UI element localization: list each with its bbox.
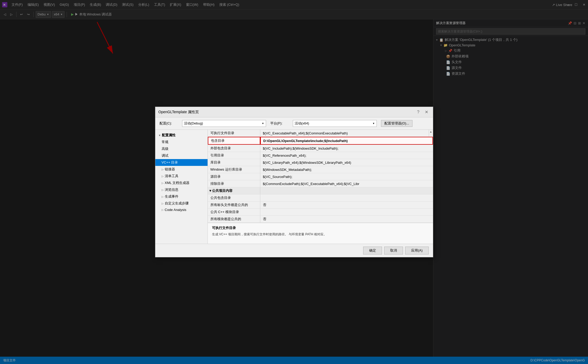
platform-label: 平台(P): (270, 121, 289, 126)
dialog-overlay: OpenGLTemplate 属性页 ? ✕ 配置(C): 活动(Debug) … (0, 0, 588, 364)
props-value-cpp-module-dir (260, 209, 433, 215)
dialog-close-button[interactable]: ✕ (423, 109, 430, 115)
config-manager-button[interactable]: 配置管理器(O)... (381, 120, 413, 127)
props-row-all-headers-public: 所有标头文件都是公共的 否 (208, 202, 433, 209)
props-value-all-modules-public: 否 (260, 216, 433, 222)
debug-label: 调试 (162, 153, 168, 158)
props-value-pub-include (260, 194, 433, 201)
expand-arrow: ▷ (162, 195, 164, 198)
props-row-ref-dir: 引用目录 $(VC_ReferencesPath_x64); (208, 152, 433, 159)
expand-arrow: ▷ (162, 202, 164, 205)
scrollbar: ▲ (429, 130, 433, 137)
left-tree-advanced[interactable]: 高级 (155, 145, 208, 152)
props-key-all-headers-public: 所有标头文件都是公共的 (208, 202, 260, 208)
scroll-up[interactable]: ▲ (430, 130, 432, 133)
left-tree-config-props[interactable]: ▼ 配置属性 (155, 132, 208, 139)
dialog-config-row: 配置(C): 活动(Debug) ▼ 平台(P): 活动(x64) ▼ 配置管理… (155, 117, 433, 130)
props-value-include[interactable]: D:\OpenGL\OpenGLTemplate\include;$(Inclu… (260, 137, 433, 145)
browse-label: 浏览信息 (165, 187, 178, 192)
props-value-lib-dir: $(VC_LibraryPath_x64);$(WindowsSDK_Libra… (260, 159, 433, 166)
props-value-source-dir: $(VC_SourcePath); (260, 173, 433, 180)
dialog-body: ▼ 配置属性 常规 高级 调试 VC++ 目录 ▷ 链接器 (155, 130, 433, 244)
description-title: 可执行文件目录 (212, 226, 429, 230)
cancel-button[interactable]: 取消 (384, 247, 403, 254)
general-label: 常规 (162, 140, 168, 144)
dialog-help-button[interactable]: ? (416, 109, 421, 115)
xml-doc-label: XML 文档生成器 (165, 181, 190, 185)
props-row-include: 包含目录 D:\OpenGL\OpenGLTemplate\include;$(… (208, 137, 433, 145)
vcpp-dirs-label: VC++ 目录 (162, 160, 178, 165)
props-key-include: 包含目录 (208, 137, 260, 145)
props-value-exclude-dir: $(CommonExcludePath);$(VC_ExecutablePath… (260, 180, 433, 187)
props-row-all-modules-public: 所有模块都是公共的 否 (208, 216, 433, 223)
properties-dialog: OpenGLTemplate 属性页 ? ✕ 配置(C): 活动(Debug) … (155, 107, 433, 257)
platform-value-text: 活动(x64) (295, 121, 309, 126)
props-value-ref-dir: $(VC_ReferencesPath_x64); (260, 152, 433, 159)
manifest-label: 清单工具 (165, 174, 178, 178)
props-key-source-dir: 源目录 (208, 173, 260, 180)
ok-button[interactable]: 确定 (363, 247, 382, 254)
props-row-executable: 可执行文件目录 $(VC_ExecutablePath_x64);$(Commo… (208, 130, 433, 137)
advanced-label: 高级 (162, 146, 168, 151)
dialog-left-panel: ▼ 配置属性 常规 高级 调试 VC++ 目录 ▷ 链接器 (155, 130, 208, 244)
props-key-public-section: ▾ 公共项目内容 (208, 187, 260, 194)
code-analysis-label: Code Analysis (165, 208, 186, 212)
props-table: 可执行文件目录 $(VC_ExecutablePath_x64);$(Commo… (208, 130, 433, 223)
props-value-all-headers-public: 否 (260, 202, 433, 208)
config-value-text: 活动(Debug) (184, 121, 203, 126)
props-key-exclude-dir: 排除目录 (208, 180, 260, 187)
props-value-win-lib: $(WindowsSDK_MetadataPath); (260, 166, 433, 173)
left-tree-xml-doc[interactable]: ▷ XML 文档生成器 (155, 180, 208, 186)
config-value-dropdown[interactable]: 活动(Debug) ▼ (182, 120, 266, 127)
expand-arrow: ▷ (162, 188, 164, 191)
left-tree-vcpp-dirs[interactable]: VC++ 目录 (155, 159, 208, 166)
config-props-label: 配置属性 (162, 133, 176, 138)
left-tree-debug[interactable]: 调试 (155, 152, 208, 159)
linker-label: 链接器 (165, 167, 175, 172)
expand-arrow: ▷ (162, 175, 164, 178)
config-dropdown-arrow: ▼ (262, 122, 264, 125)
left-tree-browse[interactable]: ▷ 浏览信息 (155, 186, 208, 193)
props-row-win-lib: Windows 运行库目录 $(WindowsSDK_MetadataPath)… (208, 166, 433, 173)
props-value-executable: $(VC_ExecutablePath_x64);$(CommonExecuta… (260, 130, 429, 137)
props-row-pub-include: 公共包含目录 (208, 194, 433, 202)
props-description: 可执行文件目录 生成 VC++ 项目期间，搜索可执行文件时使用的路径。 与环境变… (208, 223, 433, 244)
props-row-ext-include: 外部包含目录 $(VC_IncludePath);$(WindowsSDK_In… (208, 145, 433, 152)
expand-arrow: ▷ (162, 168, 164, 171)
dialog-controls: ? ✕ (416, 109, 430, 115)
props-row-lib-dir: 库目录 $(VC_LibraryPath_x64);$(WindowsSDK_L… (208, 159, 433, 166)
expand-arrow: ▷ (162, 208, 164, 211)
props-row-exclude-dir: 排除目录 $(CommonExcludePath);$(VC_Executabl… (208, 180, 433, 187)
props-key-ext-include: 外部包含目录 (208, 145, 260, 152)
left-tree-linker[interactable]: ▷ 链接器 (155, 166, 208, 173)
props-row-cpp-module-dir: 公共 C++ 模块目录 (208, 209, 433, 216)
props-row-public-section: ▾ 公共项目内容 (208, 187, 433, 194)
dialog-right-panel: 可执行文件目录 $(VC_ExecutablePath_x64);$(Commo… (208, 130, 433, 244)
left-tree-code-analysis[interactable]: ▷ Code Analysis (155, 207, 208, 213)
props-key-win-lib: Windows 运行库目录 (208, 166, 260, 173)
props-key-executable: 可执行文件目录 (208, 130, 260, 137)
expand-arrow: ▷ (162, 182, 164, 184)
platform-dropdown-arrow: ▼ (373, 122, 375, 125)
left-tree-custom-build[interactable]: ▷ 自定义生成步骤 (155, 200, 208, 207)
props-value-ext-include: $(VC_IncludePath);$(WindowsSDK_IncludePa… (260, 145, 433, 152)
props-value-public-section (260, 187, 433, 194)
platform-value-dropdown[interactable]: 活动(x64) ▼ (293, 120, 377, 127)
expand-arrow: ▼ (158, 134, 161, 137)
left-tree-general[interactable]: 常规 (155, 139, 208, 145)
props-key-lib-dir: 库目录 (208, 159, 260, 166)
props-row-source-dir: 源目录 $(VC_SourcePath); (208, 173, 433, 180)
apply-button[interactable]: 应用(A) (405, 247, 428, 254)
left-tree-manifest[interactable]: ▷ 清单工具 (155, 173, 208, 180)
custom-build-label: 自定义生成步骤 (165, 201, 189, 206)
config-label: 配置(C): (160, 121, 178, 126)
dialog-footer: 确定 取消 应用(A) (155, 244, 433, 257)
props-key-ref-dir: 引用目录 (208, 152, 260, 159)
props-key-all-modules-public: 所有模块都是公共的 (208, 216, 260, 222)
build-events-label: 生成事件 (165, 194, 178, 199)
props-key-cpp-module-dir: 公共 C++ 模块目录 (208, 209, 260, 215)
dialog-title: OpenGLTemplate 属性页 (158, 110, 199, 115)
props-key-pub-include: 公共包含目录 (208, 194, 260, 201)
left-tree-build-events[interactable]: ▷ 生成事件 (155, 193, 208, 200)
dialog-titlebar: OpenGLTemplate 属性页 ? ✕ (155, 107, 433, 117)
